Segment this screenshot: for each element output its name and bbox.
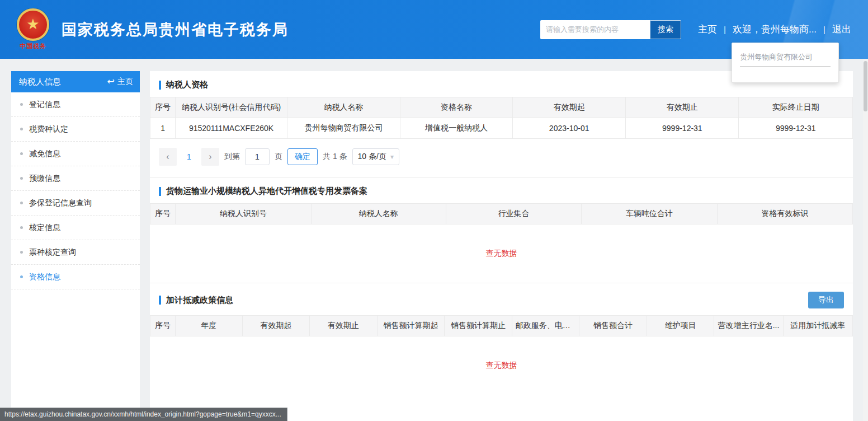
- dropdown-company-item[interactable]: 贵州每物商贸有限公司: [740, 52, 831, 67]
- sidebar-item-label: 预缴信息: [29, 174, 60, 184]
- bullet-icon: [20, 177, 23, 180]
- column-header: 车辆吨位合计: [582, 204, 717, 224]
- nav-welcome-link[interactable]: 欢迎，贵州每物商...: [733, 23, 817, 36]
- column-header: 销售额计算期起: [377, 316, 445, 336]
- sidebar-item-insurance-registration-query[interactable]: 参保登记信息查询: [11, 191, 140, 216]
- page-unit-label: 页: [275, 152, 282, 162]
- nav-separator: |: [823, 25, 825, 34]
- section-title: 纳税人资格: [159, 79, 208, 90]
- column-header: 序号: [150, 204, 176, 224]
- table-header-row: 序号 纳税人识别号(社会信用代码) 纳税人名称 资格名称 有效期起 有效期止 实…: [150, 97, 853, 118]
- cell-index: 1: [150, 118, 176, 139]
- page-number-input[interactable]: [245, 148, 270, 165]
- column-header: 资格有效标识: [717, 204, 852, 224]
- sidebar-header: 纳税人信息 ↩ 主页: [11, 71, 140, 92]
- topbar-right: 搜索 主页 | 欢迎，贵州每物商... | 退出: [540, 20, 851, 39]
- section-title-text: 纳税人资格: [166, 79, 208, 90]
- chevron-left-icon: ‹: [166, 152, 169, 162]
- column-header: 序号: [150, 97, 176, 118]
- column-header: 资格名称: [400, 97, 513, 118]
- sidebar-item-tax-type-determination[interactable]: 税费种认定: [11, 117, 140, 142]
- sidebar-item-invoice-type-query[interactable]: 票种核定查询: [11, 240, 140, 265]
- section-taxpayer-qualification: 纳税人资格 序号 纳税人识别号(社会信用代码) 纳税人名称 资格名称 有效期起 …: [150, 71, 853, 177]
- deduction-table: 序号 年度 有效期起 有效期止 销售额计算期起 销售额计算期止 邮政服务、电信.…: [150, 315, 853, 336]
- bullet-icon: [20, 251, 23, 254]
- search-button[interactable]: 搜索: [650, 20, 681, 39]
- section-title-text: 加计抵减政策信息: [166, 295, 233, 306]
- sidebar: 纳税人信息 ↩ 主页 登记信息 税费种认定 减免信息 预缴信息: [11, 71, 140, 410]
- sidebar-item-registration-info[interactable]: 登记信息: [11, 92, 140, 117]
- column-header: 营改增主行业名...: [714, 316, 783, 336]
- column-header: 有效期起: [513, 97, 626, 118]
- column-header: 有效期起: [242, 316, 310, 336]
- cell-valid-from: 2023-10-01: [513, 118, 626, 139]
- user-dropdown-panel: 贵州每物商贸有限公司: [732, 43, 839, 83]
- sidebar-item-label: 登记信息: [29, 100, 60, 110]
- confirm-page-button[interactable]: 确定: [287, 148, 318, 165]
- section-title-text: 货物运输业小规模纳税人异地代开增值税专用发票备案: [166, 186, 367, 197]
- bullet-icon: [20, 202, 23, 204]
- title-bar-icon: [159, 81, 161, 90]
- section-title-row: 货物运输业小规模纳税人异地代开增值税专用发票备案: [150, 177, 853, 203]
- section-title: 货物运输业小规模纳税人异地代开增值税专用发票备案: [159, 186, 367, 197]
- chevron-right-icon: ›: [209, 152, 211, 162]
- qualification-table: 序号 纳税人识别号(社会信用代码) 纳税人名称 资格名称 有效期起 有效期止 实…: [150, 97, 853, 139]
- table-header-row: 序号 年度 有效期起 有效期止 销售额计算期起 销售额计算期止 邮政服务、电信.…: [150, 316, 853, 336]
- table-row: 1 91520111MACXFE260K 贵州每物商贸有限公司 增值税一般纳税人…: [150, 118, 853, 139]
- cell-taxpayer-name: 贵州每物商贸有限公司: [287, 118, 400, 139]
- nav-home-link[interactable]: 主页: [698, 23, 717, 36]
- sidebar-home-label: 主页: [117, 77, 133, 87]
- column-header: 纳税人识别号: [176, 204, 311, 224]
- title-bar-icon: [159, 296, 161, 305]
- nav-logout-link[interactable]: 退出: [832, 23, 851, 36]
- freight-table: 序号 纳税人识别号 纳税人名称 行业集合 车辆吨位合计 资格有效标识: [150, 203, 853, 224]
- cell-valid-to: 9999-12-31: [626, 118, 739, 139]
- column-header: 纳税人识别号(社会信用代码): [176, 97, 287, 118]
- page-title: 国家税务总局贵州省电子税务局: [62, 20, 289, 40]
- main-panel: 纳税人资格 序号 纳税人识别号(社会信用代码) 纳税人名称 资格名称 有效期起 …: [150, 71, 853, 421]
- bullet-icon: [20, 128, 23, 130]
- sidebar-item-label: 资格信息: [29, 272, 60, 282]
- sidebar-title: 纳税人信息: [19, 77, 61, 87]
- section-title: 加计抵减政策信息: [159, 295, 233, 306]
- page-size-select[interactable]: 10 条/页 ▾: [352, 148, 399, 165]
- bullet-icon: [20, 226, 23, 229]
- prev-page-button[interactable]: ‹: [159, 148, 177, 166]
- column-header: 有效期止: [310, 316, 378, 336]
- column-header: 有效期止: [626, 97, 739, 118]
- national-emblem-logo: ★ 中国税务: [17, 8, 49, 50]
- column-header: 纳税人名称: [287, 97, 400, 118]
- nav-separator: |: [724, 25, 726, 34]
- column-header: 年度: [176, 316, 242, 336]
- current-page-number[interactable]: 1: [182, 152, 196, 161]
- search-input[interactable]: [540, 20, 650, 39]
- sidebar-home-link[interactable]: ↩ 主页: [107, 77, 133, 87]
- search-box: 搜索: [540, 20, 681, 39]
- cell-taxpayer-id: 91520111MACXFE260K: [176, 118, 287, 139]
- content-area: 纳税人信息 ↩ 主页 登记信息 税费种认定 减免信息 预缴信息: [0, 59, 868, 421]
- sidebar-item-reduction-info[interactable]: 减免信息: [11, 142, 140, 166]
- sidebar-item-qualification-info[interactable]: 资格信息: [11, 265, 140, 289]
- sidebar-item-label: 参保登记信息查询: [29, 198, 92, 208]
- sidebar-item-assessment-info[interactable]: 核定信息: [11, 216, 140, 240]
- sidebar-item-prepayment-info[interactable]: 预缴信息: [11, 166, 140, 191]
- brand: ★ 中国税务 国家税务总局贵州省电子税务局: [17, 8, 289, 50]
- no-data-message: 查无数据: [150, 336, 853, 395]
- title-bar-icon: [159, 187, 161, 196]
- scrollbar-thumb[interactable]: [864, 61, 867, 111]
- next-page-button[interactable]: ›: [201, 148, 219, 166]
- logo-caption: 中国税务: [20, 42, 46, 50]
- cell-actual-end-date: 9999-12-31: [739, 118, 853, 139]
- scrollbar[interactable]: [863, 59, 868, 421]
- column-header: 实际终止日期: [739, 97, 853, 118]
- no-data-message: 查无数据: [150, 224, 853, 283]
- sidebar-item-label: 税费种认定: [29, 124, 68, 134]
- app-header: ★ 中国税务 国家税务总局贵州省电子税务局 搜索 主页 | 欢迎，贵州每物商..…: [0, 0, 868, 59]
- bullet-icon: [20, 275, 23, 278]
- export-button[interactable]: 导出: [808, 292, 844, 308]
- column-header: 销售额计算期止: [445, 316, 512, 336]
- table-header-row: 序号 纳税人识别号 纳税人名称 行业集合 车辆吨位合计 资格有效标识: [150, 204, 853, 224]
- total-count-label: 共 1 条: [323, 152, 347, 162]
- star-icon: ★: [26, 17, 39, 31]
- goto-page-label: 到第: [224, 152, 240, 162]
